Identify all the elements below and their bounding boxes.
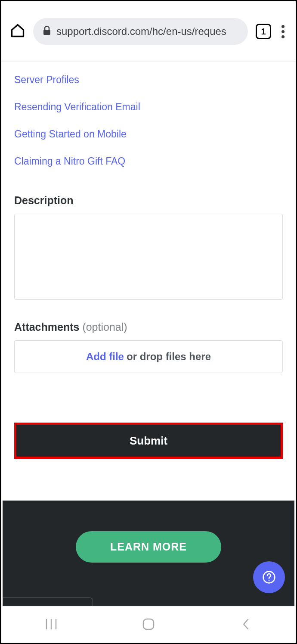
description-input[interactable] bbox=[14, 214, 283, 300]
drop-hint: or drop files here bbox=[127, 351, 211, 363]
suggestion-link[interactable]: Resending Verification Email bbox=[14, 93, 283, 121]
svg-point-2 bbox=[269, 580, 270, 582]
lock-icon bbox=[43, 25, 51, 37]
url-text: support.discord.com/hc/en-us/reques bbox=[56, 25, 226, 37]
help-fab[interactable] bbox=[253, 561, 285, 593]
page-content: Server Profiles Resending Verification E… bbox=[1, 62, 296, 472]
learn-more-button[interactable]: LEARN MORE bbox=[76, 531, 221, 563]
page-footer: LEARN MORE bbox=[3, 501, 294, 606]
home-icon[interactable] bbox=[10, 23, 25, 40]
suggestion-link[interactable]: Getting Started on Mobile bbox=[14, 121, 283, 148]
suggestion-link[interactable]: Server Profiles bbox=[14, 66, 283, 93]
recents-button[interactable] bbox=[38, 611, 64, 637]
svg-rect-6 bbox=[143, 619, 154, 629]
home-button[interactable] bbox=[136, 611, 161, 637]
browser-toolbar: support.discord.com/hc/en-us/reques 1 bbox=[1, 1, 296, 62]
address-bar[interactable]: support.discord.com/hc/en-us/reques bbox=[33, 18, 248, 45]
svg-rect-0 bbox=[43, 30, 50, 35]
description-label: Description bbox=[14, 194, 283, 207]
scroll-overlay bbox=[3, 597, 93, 606]
add-file-link[interactable]: Add file bbox=[86, 351, 124, 363]
suggestion-link[interactable]: Claiming a Nitro Gift FAQ bbox=[14, 148, 283, 175]
system-nav-bar bbox=[3, 606, 294, 641]
attachments-dropzone[interactable]: Add file or drop files here bbox=[14, 340, 283, 373]
submit-button[interactable]: Submit bbox=[16, 425, 281, 457]
more-menu-icon[interactable] bbox=[279, 25, 287, 38]
tab-switcher[interactable]: 1 bbox=[256, 24, 271, 39]
submit-highlight: Submit bbox=[14, 423, 283, 459]
back-button[interactable] bbox=[233, 611, 259, 637]
attachments-label: Attachments (optional) bbox=[14, 321, 283, 333]
